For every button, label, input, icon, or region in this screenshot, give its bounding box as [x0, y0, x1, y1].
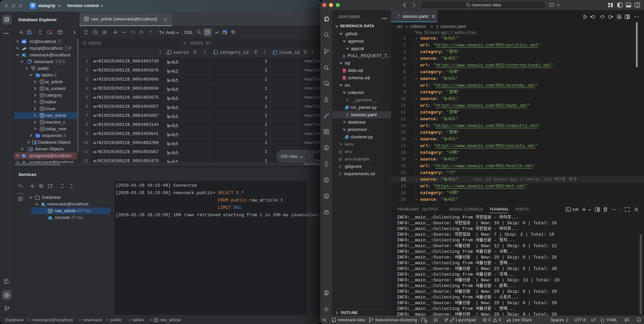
svg-text:H2: H2	[22, 40, 26, 43]
